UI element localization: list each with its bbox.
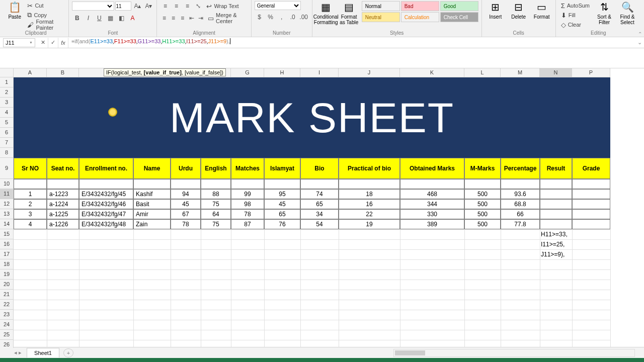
align-bot-button[interactable]: ≡: [182, 1, 192, 11]
increase-indent-button[interactable]: ⇥: [197, 13, 205, 23]
style-good[interactable]: Good: [440, 1, 478, 11]
decrease-indent-button[interactable]: ⇤: [188, 13, 196, 23]
border-button[interactable]: ▦: [105, 13, 115, 23]
col-header-urdu: Urdu: [171, 158, 201, 179]
collapse-ribbon-button[interactable]: ⌃: [638, 31, 642, 37]
tab-nav[interactable]: ◂ ▸: [10, 349, 26, 356]
cut-button[interactable]: ✂Cut: [25, 1, 65, 10]
fill-color-button[interactable]: ◧: [116, 13, 126, 23]
brush-icon: 🖌: [27, 21, 34, 29]
paste-button[interactable]: 📋 Paste: [6, 1, 23, 20]
align-left-button[interactable]: ≡: [160, 13, 168, 23]
delete-button[interactable]: ⊟Delete: [508, 1, 529, 20]
percent-button[interactable]: %: [266, 12, 276, 22]
number-format-select[interactable]: General: [255, 1, 301, 10]
group-styles: ▦Conditional Formatting ▤Format as Table…: [312, 0, 482, 37]
cancel-formula-button[interactable]: ✕: [38, 38, 48, 48]
format-painter-button[interactable]: 🖌Format Painter: [25, 20, 65, 29]
tab-sheet1[interactable]: Sheet1: [27, 348, 59, 357]
style-neutral[interactable]: Neutral: [362, 12, 400, 22]
orientation-button[interactable]: ⤡: [193, 1, 203, 11]
col-header-m-marks: M-Marks: [464, 158, 501, 179]
formula-bar-wrap: J11 ▼ ✕ ✓ fx =if(and(E11>=33,F11>=33,G11…: [0, 37, 644, 68]
expand-formula-bar-button[interactable]: ⌄: [635, 39, 644, 46]
horizontal-scrollbar[interactable]: [393, 349, 635, 357]
formula-input[interactable]: =if(and(E11>=33,F11>=33,G11>=33,H11>=33,…: [68, 38, 635, 47]
align-top-button[interactable]: ≡: [160, 1, 170, 11]
select-all-corner[interactable]: [0, 68, 14, 77]
underline-button[interactable]: U: [94, 13, 104, 23]
inc-decimal-button[interactable]: .0: [288, 12, 298, 22]
row-headers[interactable]: 1234567891011121314151617181920212223242…: [0, 77, 14, 348]
formula-overflow-line: H11>=33,: [541, 229, 568, 239]
cell-reference: J11: [6, 40, 15, 46]
table-icon: ▤: [343, 1, 355, 13]
clear-button[interactable]: ◇Clear: [559, 20, 592, 29]
col-header-percentage: Percentage: [501, 158, 540, 179]
bold-button[interactable]: B: [72, 13, 82, 23]
align-mid-button[interactable]: ≡: [171, 1, 181, 11]
status-bar: [0, 358, 644, 362]
formula-overflow-line: J11>=9),: [541, 249, 565, 259]
title-banner: MARK SHEET: [14, 77, 610, 158]
col-header-result: Result: [540, 158, 572, 179]
col-header-grade: Grade: [572, 158, 610, 179]
add-sheet-button[interactable]: +: [63, 348, 73, 357]
cut-icon: ✂: [27, 2, 33, 10]
sheet-title: MARK SHEET: [170, 94, 454, 142]
find-select-button[interactable]: 🔍Find & Select: [617, 1, 638, 25]
font-size-input[interactable]: [115, 2, 131, 11]
italic-button[interactable]: I: [83, 13, 93, 23]
comma-button[interactable]: ,: [277, 12, 287, 22]
spreadsheet-grid[interactable]: ABCDEFGHIJKLMNP 123456789101112131415161…: [0, 68, 644, 348]
grow-font-button[interactable]: A▴: [132, 1, 142, 11]
wrap-icon: ↩: [206, 3, 212, 10]
column-headers[interactable]: ABCDEFGHIJKLMNP: [14, 68, 610, 77]
col-header-practical-of-bio: Practical of bio: [339, 158, 400, 179]
align-right-button[interactable]: ≡: [179, 13, 187, 23]
format-button[interactable]: ▭Format: [531, 1, 552, 20]
copy-icon: ⧉: [27, 11, 32, 19]
merge-center-button[interactable]: ▭Merge & Center: [206, 14, 248, 23]
align-center-button[interactable]: ≡: [170, 13, 178, 23]
insert-function-button[interactable]: fx: [58, 38, 68, 48]
dec-decimal-button[interactable]: .00: [299, 12, 309, 22]
format-icon: ▭: [536, 1, 548, 13]
ribbon: 📋 Paste ✂Cut ⧉Copy 🖌Format Painter Clipb…: [0, 0, 644, 37]
style-normal[interactable]: Normal: [362, 1, 400, 11]
insert-button[interactable]: ⊞Insert: [485, 1, 506, 20]
merge-icon: ▭: [208, 15, 214, 22]
col-header-bio: Bio: [300, 158, 339, 179]
group-alignment: ≡ ≡ ≡ ⤡ ↩Wrap Text ≡ ≡ ≡ ⇤ ⇥ ▭Merge & Ce…: [157, 0, 251, 37]
font-color-button[interactable]: A: [127, 13, 137, 23]
group-label: Clipboard: [6, 29, 65, 37]
style-checkcell[interactable]: Check Cell: [440, 12, 478, 22]
style-bad[interactable]: Bad: [401, 1, 439, 11]
sigma-icon: Σ: [561, 2, 565, 10]
sort-filter-button[interactable]: ⇅Sort & Filter: [594, 1, 615, 25]
chevron-down-icon: ▼: [29, 41, 33, 44]
autosum-button[interactable]: ΣAutoSum: [559, 1, 592, 10]
style-calculation[interactable]: Calculation: [401, 12, 439, 22]
find-icon: 🔍: [621, 1, 633, 13]
shrink-font-button[interactable]: A▾: [143, 1, 153, 11]
font-family-select[interactable]: [72, 2, 114, 11]
group-cells: ⊞Insert ⊟Delete ▭Format Cells: [482, 0, 556, 37]
fill-button[interactable]: ⬇Fill: [559, 11, 592, 20]
col-header-english: English: [201, 158, 231, 179]
cf-icon: ▦: [320, 1, 332, 13]
name-box[interactable]: J11 ▼: [3, 38, 35, 47]
col-header-enrollment-no-: Enrollment no.: [79, 158, 133, 179]
currency-button[interactable]: $: [255, 12, 265, 22]
col-header-name: Name: [133, 158, 171, 179]
table-row: 3a-1225E/3432432/fg/47Amir67647865342233…: [14, 209, 610, 219]
col-header-sr-no: Sr NO: [14, 158, 47, 179]
enter-formula-button[interactable]: ✓: [48, 38, 58, 48]
col-header-matches: Matches: [231, 158, 264, 179]
cursor-highlight-icon: [108, 108, 117, 117]
table-row: 2a-1224E/3432432/fg/46Basit4575984565163…: [14, 199, 610, 209]
col-header-seat-no-: Seat no.: [47, 158, 79, 179]
format-as-table-button[interactable]: ▤Format as Table: [339, 1, 360, 25]
conditional-formatting-button[interactable]: ▦Conditional Formatting: [315, 1, 337, 25]
wrap-text-button[interactable]: ↩Wrap Text: [204, 2, 240, 11]
